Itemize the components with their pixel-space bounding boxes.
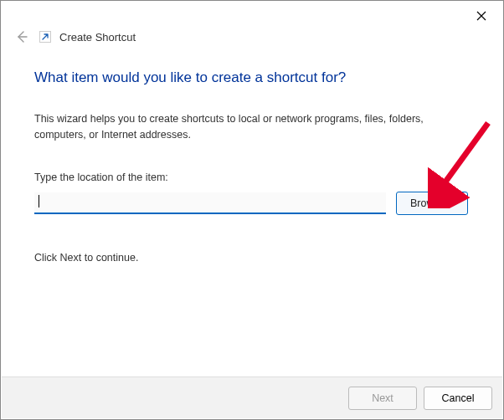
- browse-button[interactable]: Browse...: [396, 192, 468, 215]
- next-button: Next: [348, 387, 417, 410]
- back-button: [13, 28, 31, 46]
- titlebar: [1, 1, 503, 31]
- close-button[interactable]: [470, 6, 493, 26]
- shortcut-arrow-icon: [39, 31, 51, 43]
- back-arrow-icon: [15, 30, 28, 44]
- content-area: What item would you like to create a sho…: [1, 46, 503, 264]
- cancel-button[interactable]: Cancel: [424, 387, 492, 410]
- close-icon: [476, 11, 486, 21]
- page-title: Create Shortcut: [59, 31, 136, 44]
- text-caret: [39, 195, 39, 207]
- wizard-description: This wizard helps you to create shortcut…: [34, 111, 445, 143]
- header-row: Create Shortcut: [1, 28, 503, 46]
- location-input[interactable]: [34, 192, 386, 214]
- continue-text: Click Next to continue.: [34, 252, 473, 264]
- footer: Next Cancel: [2, 376, 502, 418]
- input-row: Browse...: [34, 192, 473, 215]
- location-label: Type the location of the item:: [34, 172, 473, 183]
- main-heading: What item would you like to create a sho…: [34, 69, 473, 86]
